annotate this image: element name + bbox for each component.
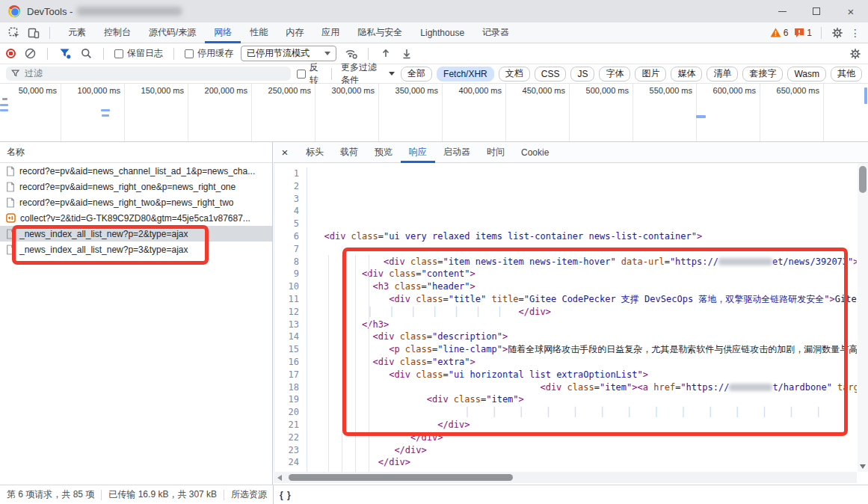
close-window-button[interactable]: × — [834, 0, 868, 22]
type-pill-套接字[interactable]: 套接字 — [742, 67, 783, 82]
filter-input[interactable]: 过滤 — [6, 67, 291, 81]
request-row[interactable]: record?e=pv&aid=news_right_two&p=news_ri… — [0, 194, 272, 210]
line-number: 11 — [274, 293, 307, 306]
throttling-select[interactable]: 已停用节流模式 — [241, 46, 336, 61]
disable-cache-checkbox[interactable] — [185, 49, 194, 58]
code-text: </h3> — [307, 319, 389, 331]
type-pill-CSS[interactable]: CSS — [535, 67, 567, 82]
devtools-tab-应用[interactable]: 应用 — [313, 22, 348, 43]
line-number: 10 — [274, 280, 307, 293]
record-network-log-button[interactable] — [6, 49, 16, 58]
status-bar: 第 6 项请求，共 85 项 已传输 16.9 kB，共 307 kB 所选资源… — [0, 485, 868, 504]
clear-network-log-icon[interactable] — [23, 47, 37, 61]
network-settings-gear-icon[interactable] — [849, 47, 862, 61]
type-pill-媒体[interactable]: 媒体 — [671, 67, 702, 82]
request-row[interactable]: record?e=pv&aid=news_channel_list_ad_1&p… — [0, 163, 272, 179]
code-line: 9 <div class="content"> — [274, 268, 857, 280]
maximize-button[interactable] — [799, 0, 834, 22]
invert-checkbox[interactable] — [297, 70, 306, 79]
filter-icon[interactable] — [58, 47, 72, 61]
preserve-log-checkbox[interactable] — [114, 49, 123, 58]
code-line: 11 <div class="title" title="Gitee CodeP… — [274, 293, 857, 306]
vertical-scroll-thumb[interactable] — [859, 166, 867, 193]
type-pill-全部[interactable]: 全部 — [401, 67, 432, 82]
code-line: 23 </div> — [274, 444, 857, 457]
kebab-menu-icon[interactable]: ⋮ — [850, 27, 861, 39]
detail-tab-启动器[interactable]: 启动器 — [435, 142, 478, 163]
code-line: 3 — [274, 193, 857, 206]
devtools-tab-源代码/来源[interactable]: 源代码/来源 — [140, 22, 205, 43]
code-line: 19 <div class="item"> — [274, 393, 857, 406]
devtools-tab-隐私与安全[interactable]: 隐私与安全 — [348, 22, 411, 43]
type-pill-图片[interactable]: 图片 — [635, 67, 666, 82]
warnings-badge[interactable]: 6 — [770, 28, 789, 38]
type-pill-字体[interactable]: 字体 — [599, 67, 630, 82]
detail-tab-标头[interactable]: 标头 — [298, 142, 332, 163]
timeline-tick-label: 650,000 ms — [752, 86, 819, 95]
request-row[interactable]: _news_index_all_list_new?p=2&type=ajax — [0, 226, 272, 242]
horizontal-scrollbar[interactable] — [274, 472, 857, 483]
inspect-element-icon[interactable] — [7, 26, 21, 40]
detail-tab-预览[interactable]: 预览 — [366, 142, 401, 163]
timeline-tick-label: 300,000 ms — [307, 86, 375, 95]
request-row[interactable]: _news_index_all_list_new?p=3&type=ajax — [0, 242, 272, 257]
devtools-tab-元素[interactable]: 元素 — [59, 22, 95, 43]
disable-cache-toggle[interactable]: 停用缓存 — [185, 47, 233, 60]
import-har-icon[interactable] — [379, 47, 393, 61]
code-text — [307, 243, 313, 256]
close-detail-icon[interactable]: × — [274, 142, 296, 163]
devtools-tab-内存[interactable]: 内存 — [277, 22, 313, 43]
device-toolbar-icon[interactable] — [27, 26, 40, 40]
request-row[interactable]: record?e=pv&aid=news_right_one&p=news_ri… — [0, 179, 272, 194]
devtools-tab-bar: 元素控制台源代码/来源网络性能内存应用隐私与安全Lighthouse记录器 6 … — [0, 22, 868, 43]
settings-gear-icon[interactable] — [831, 26, 844, 40]
code-line: 17 <div class="ui horizontal list extraO… — [274, 369, 857, 381]
code-line: 5 — [274, 218, 857, 230]
type-pill-文档[interactable]: 文档 — [499, 67, 530, 82]
type-pill-其他[interactable]: 其他 — [831, 67, 862, 82]
format-pretty-print-button[interactable]: { } — [280, 490, 292, 500]
response-code-view[interactable]: 123456 <div class="ui very relaxed items… — [274, 163, 857, 472]
scroll-down-arrow-icon[interactable] — [860, 464, 866, 469]
minimize-button[interactable] — [765, 0, 799, 22]
detail-tab-响应[interactable]: 响应 — [401, 142, 435, 163]
vertical-scrollbar[interactable] — [858, 163, 868, 472]
line-number: 12 — [274, 306, 307, 319]
name-column-header[interactable]: 名称 — [0, 142, 272, 163]
devtools-tab-网络[interactable]: 网络 — [205, 22, 241, 43]
line-number: 5 — [274, 218, 307, 230]
code-line: 13 </h3> — [274, 319, 857, 331]
export-har-icon[interactable] — [400, 47, 413, 61]
code-line: 14 <div class="description"> — [274, 331, 857, 343]
network-conditions-icon[interactable] — [344, 47, 357, 61]
title-bar: DevTools - × — [0, 0, 868, 22]
request-row[interactable]: collect?v=2&tid=G-TK89C9ZD80&gtm=45je5ca… — [0, 210, 272, 226]
type-pill-Fetch/XHR[interactable]: Fetch/XHR — [437, 67, 494, 82]
line-number: 14 — [274, 331, 307, 343]
devtools-tab-记录器[interactable]: 记录器 — [473, 22, 518, 43]
detail-tab-时间[interactable]: 时间 — [478, 142, 513, 163]
type-pill-Wasm[interactable]: Wasm — [787, 67, 826, 82]
devtools-tab-性能[interactable]: 性能 — [241, 22, 277, 43]
devtools-tab-控制台[interactable]: 控制台 — [95, 22, 140, 43]
code-text: <div class="title" title="Gitee CodePeck… — [307, 293, 857, 306]
search-icon[interactable] — [79, 47, 93, 61]
funnel-icon — [11, 70, 20, 78]
horizontal-scroll-thumb[interactable] — [289, 474, 513, 481]
type-pill-清单[interactable]: 清单 — [707, 67, 738, 82]
document-icon — [6, 197, 15, 208]
timeline-activity-mark — [2, 98, 7, 100]
preserve-log-toggle[interactable]: 保留日志 — [114, 47, 163, 60]
detail-tab-Cookie[interactable]: Cookie — [513, 142, 557, 163]
detail-tab-载荷[interactable]: 载荷 — [332, 142, 366, 163]
invert-filter-toggle[interactable]: 反转 — [297, 61, 322, 87]
more-filters-button[interactable]: 更多过滤条件 — [341, 61, 395, 87]
document-icon — [6, 245, 15, 255]
code-text: │ │ │ │ │ │ │ │ │ │ │ │ │ │ — [307, 406, 821, 419]
issues-badge[interactable]: 1 — [794, 28, 812, 38]
devtools-tab-Lighthouse[interactable]: Lighthouse — [411, 22, 473, 43]
type-pill-JS[interactable]: JS — [570, 67, 594, 82]
timeline-tick-label: 50,000 ms — [0, 86, 57, 95]
scroll-left-arrow-icon[interactable] — [277, 475, 282, 481]
timeline-overview[interactable]: 50,000 ms100,000 ms150,000 ms200,000 ms2… — [0, 84, 868, 142]
